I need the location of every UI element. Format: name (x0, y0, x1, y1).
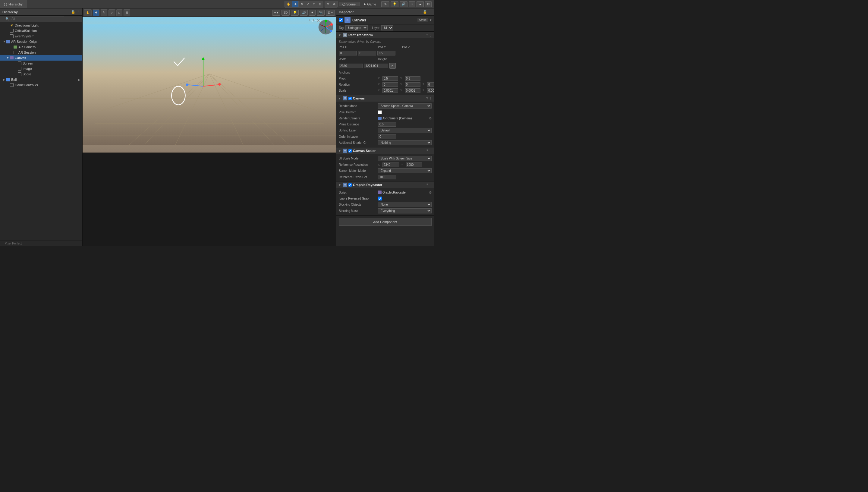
scene-close-icon[interactable]: ✕ (317, 18, 321, 23)
canvas-scaler-checkbox[interactable] (349, 149, 352, 152)
tree-item-image[interactable]: Image (0, 66, 82, 71)
tree-arrow-expand[interactable]: ▼ (6, 56, 10, 60)
tool-move[interactable]: ✚ (292, 1, 299, 7)
btn-2d[interactable]: 2D (381, 1, 389, 7)
render-mode-select[interactable]: Screen Space - Camera (378, 103, 432, 108)
scale-z-input[interactable] (427, 88, 434, 93)
scene-view[interactable]: < Persp (83, 17, 336, 152)
btn-gizmos-view[interactable]: ⊡ ▾ (326, 10, 335, 16)
scene-tool-hand[interactable]: ✋ (84, 10, 91, 16)
tab-hierarchy[interactable]: Hierarchy (0, 0, 27, 8)
height-input[interactable] (364, 64, 388, 68)
tool-scale[interactable]: ⤢ (305, 1, 311, 7)
ref-res-y-input[interactable] (406, 163, 422, 167)
plane-distance-input[interactable] (378, 122, 396, 127)
scale-x-input[interactable] (382, 88, 398, 93)
tool-rotate[interactable]: ↻ (299, 1, 305, 7)
hierarchy-search-input[interactable] (10, 17, 64, 21)
object-active-checkbox[interactable] (339, 18, 343, 22)
canvas-scaler-settings[interactable]: ⋮ (429, 149, 432, 152)
scene-settings-icon[interactable]: ⋮⋮ (307, 18, 315, 23)
tree-item-ar-session[interactable]: AR Session (0, 50, 82, 55)
sorting-layer-select[interactable]: Default (378, 128, 432, 133)
btn-2d-view[interactable]: 2D (281, 10, 290, 16)
btn-audio-view[interactable]: 🔊 (300, 10, 308, 16)
tool-transform[interactable]: ⊞ (317, 1, 323, 7)
match-mode-select[interactable]: Expand (378, 168, 432, 173)
btn-fx[interactable]: ✦ (409, 1, 415, 7)
ignore-reversed-checkbox[interactable] (378, 197, 382, 200)
tool-rect[interactable]: □ (311, 1, 317, 7)
tool-hand[interactable]: ✋ (285, 1, 292, 7)
tree-item-directional-light[interactable]: ☀ Directional Light (0, 23, 82, 28)
tag-select[interactable]: Untagged (346, 25, 368, 30)
width-input[interactable] (339, 64, 363, 68)
pos-y-input[interactable] (358, 51, 376, 55)
scene-tool-rotate[interactable]: ↻ (101, 10, 107, 16)
ref-res-x-input[interactable] (382, 163, 399, 167)
tree-item-official-solution[interactable]: OfficialSolution (0, 28, 82, 33)
canvas-scaler-help[interactable]: ? (426, 149, 428, 152)
add-component-button[interactable]: Add Component (339, 218, 432, 226)
rot-y-input[interactable] (405, 82, 420, 87)
canvas-settings[interactable]: ⋮ (429, 97, 432, 100)
btn-gizmos[interactable]: ⊡ (425, 1, 432, 7)
canvas-component-header[interactable]: ▼ ⊟ Canvas ? ⋮ (336, 95, 434, 102)
tree-item-ar-session-origin[interactable]: ▼ AR Session Origin (0, 39, 82, 44)
script-pick[interactable]: ⊙ (429, 191, 432, 194)
btn-shading[interactable]: ● ▾ (272, 10, 281, 16)
tree-item-event-system[interactable]: EventSystem (0, 33, 82, 39)
hierarchy-lock-icon[interactable]: 🔓 (71, 10, 75, 14)
scene-tool-scale[interactable]: ⤢ (109, 10, 115, 16)
btn-lights[interactable]: 💡 (390, 1, 399, 7)
canvas-help[interactable]: ? (426, 97, 428, 100)
blocking-mask-select[interactable]: Everything (378, 208, 432, 214)
tool-global[interactable]: ⊕ (331, 1, 337, 7)
btn-lighting[interactable]: 💡 (291, 10, 299, 16)
tree-item-game-controller[interactable]: GameController (0, 82, 82, 88)
canvas-scaler-header[interactable]: ▼ ⊟ Canvas Scaler ? ⋮ (336, 147, 434, 154)
scale-y-input[interactable] (405, 88, 420, 93)
object-name-input[interactable] (352, 18, 416, 22)
rect-transform-header[interactable]: ▼ ⊞ Rect Transform ? ⋮ (336, 32, 434, 38)
rot-x-input[interactable] (382, 82, 398, 87)
canvas-enabled-checkbox[interactable] (349, 97, 352, 100)
tree-item-canvas[interactable]: ▼ Canvas (0, 55, 82, 60)
blocking-obj-select[interactable]: None (378, 202, 432, 207)
tree-item-score[interactable]: Score (0, 71, 82, 77)
btn-camera[interactable]: 📷 (317, 10, 325, 16)
render-camera-pick[interactable]: ⊙ (429, 116, 432, 120)
shader-select[interactable]: Nothing (378, 140, 432, 145)
tree-item-ball[interactable]: ▶ Ball ▶ (0, 77, 82, 82)
rot-z-input[interactable] (427, 82, 434, 87)
hierarchy-add-btn[interactable]: + (2, 16, 4, 21)
tree-arrow-expand[interactable]: ▶ (2, 78, 6, 81)
pixel-perfect-checkbox[interactable] (378, 110, 382, 114)
scene-tool-move[interactable]: ✚ (93, 10, 99, 16)
hierarchy-menu-icon[interactable]: ⋮ (77, 10, 80, 14)
pivot-x-input[interactable] (382, 76, 398, 81)
graphic-raycaster-settings[interactable]: ⋮ (429, 183, 432, 187)
pixels-per-input[interactable] (378, 175, 396, 179)
inspector-menu-icon[interactable]: ⋮ (428, 10, 432, 14)
rect-transform-help[interactable]: ? (426, 33, 428, 37)
static-dropdown-icon[interactable]: ▾ (430, 18, 432, 22)
tab-scene[interactable]: Scene (339, 2, 360, 6)
tree-item-screen[interactable]: Screen (0, 60, 82, 66)
pos-z-input[interactable] (377, 51, 395, 55)
btn-skybox[interactable]: ☁ (416, 1, 424, 7)
tab-game[interactable]: Game (360, 2, 380, 6)
graphic-raycaster-header[interactable]: ▼ ⊟ Graphic Raycaster ? ⋮ (336, 181, 434, 188)
pos-x-input[interactable] (339, 51, 357, 55)
btn-audio[interactable]: 🔊 (400, 1, 407, 7)
r-btn[interactable]: R (389, 63, 396, 69)
order-layer-input[interactable] (378, 134, 396, 139)
graphic-raycaster-help[interactable]: ? (426, 183, 428, 187)
scene-tool-rect[interactable]: □ (117, 10, 122, 16)
tree-item-ar-camera[interactable]: AR Camera (0, 44, 82, 50)
tree-arrow-expand[interactable]: ▼ (2, 40, 6, 43)
tool-pivot[interactable]: ⊙ (325, 1, 331, 7)
btn-effects[interactable]: ✦ (309, 10, 315, 16)
pivot-y-input[interactable] (405, 76, 420, 81)
ui-scale-select[interactable]: Scale With Screen Size (378, 156, 432, 161)
